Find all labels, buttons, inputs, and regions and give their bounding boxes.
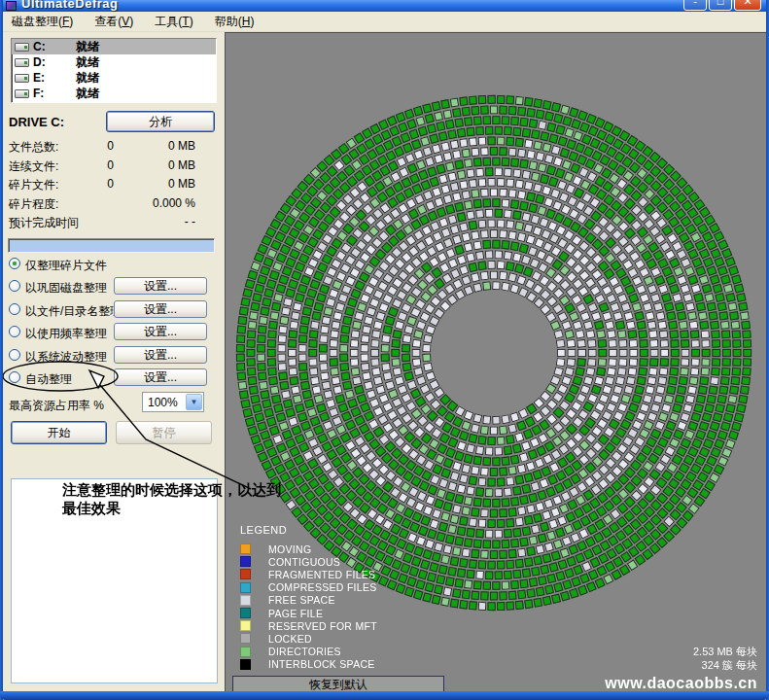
resource-usage-value: 100% xyxy=(148,396,178,409)
radio-icon[interactable] xyxy=(9,371,20,383)
disk-info: 2.53 MB 每块 324 簇 每块 www.daocaobbs.cn xyxy=(605,645,757,692)
resource-usage-select[interactable]: 100% ▼ xyxy=(142,392,204,412)
close-button[interactable]: ✕ xyxy=(734,0,761,11)
method-auto[interactable]: 自动整理 设置... xyxy=(7,368,221,390)
drive-icon xyxy=(15,43,29,52)
stat-fragmentation-level: 碎片程度: 0.000 % xyxy=(9,194,217,214)
locked-color-chip xyxy=(240,633,251,644)
annotation-note: 注意整理的时候选择这项，以达到 最佳效果 xyxy=(62,480,344,517)
compressed-color-chip xyxy=(240,582,251,593)
radio-icon[interactable] xyxy=(9,258,20,269)
legend-item-locked: LOCKED xyxy=(240,632,377,645)
mft-color-chip xyxy=(240,620,251,631)
legend-item-directories: DIRECTORIES xyxy=(240,646,377,658)
page-file-color-chip xyxy=(240,608,251,618)
watermark-text: www.daocaobbs.cn xyxy=(605,675,757,692)
stat-fragmented-files: 碎片文件: 0 0 MB xyxy=(9,175,217,194)
legend-item-mft: RESERVED FOR MFT xyxy=(240,619,377,632)
stat-contiguous-files: 连续文件: 0 0 MB xyxy=(9,157,217,176)
minimize-button[interactable]: - xyxy=(683,0,707,11)
legend: LEGEND MOVING CONTIGUOUS FRAGMENTED FILE… xyxy=(240,524,377,671)
moving-color-chip xyxy=(240,543,251,554)
maximize-button[interactable]: □ xyxy=(709,0,732,11)
fragmented-color-chip xyxy=(240,569,251,579)
analyze-button[interactable]: 分析 xyxy=(106,111,215,132)
menu-help[interactable]: 帮助(H) xyxy=(215,14,255,30)
app-icon xyxy=(6,1,17,11)
radio-icon[interactable] xyxy=(9,349,20,361)
method-filename[interactable]: 以文件/目录名整理 设置... xyxy=(7,299,221,322)
interblock-color-chip xyxy=(240,659,251,670)
title-bar[interactable]: UltimateDefrag - □ ✕ xyxy=(0,0,769,12)
defrag-method-group: 仅整理碎片文件 以巩固磁盘整理 设置... 以文件/目录名整理 设置... 以使… xyxy=(7,254,221,390)
drive-row-c[interactable]: C: 就绪 xyxy=(12,39,216,54)
block-size-text: 2.53 MB 每块 xyxy=(605,645,757,658)
control-panel: C: 就绪 D: 就绪 E: 就绪 F: 就绪 DRIVE C: 分析 xyxy=(3,32,225,692)
menu-view[interactable]: 查看(V) xyxy=(94,14,133,30)
drive-row-e[interactable]: E: 就绪 xyxy=(12,70,216,86)
contiguous-color-chip xyxy=(240,556,251,567)
radio-icon[interactable] xyxy=(9,303,20,315)
pause-button: 暂停 xyxy=(116,421,212,444)
cluster-size-text: 324 簇 每块 xyxy=(605,658,757,672)
drive-icon xyxy=(15,89,29,98)
method-fragmented-only[interactable]: 仅整理碎片文件 xyxy=(7,254,221,276)
directories-color-chip xyxy=(240,647,251,657)
menu-defrag[interactable]: 磁盘整理(F) xyxy=(12,14,73,30)
legend-title: LEGEND xyxy=(240,524,377,536)
legend-item-interblock: INTERBLOCK SPACE xyxy=(240,658,377,671)
settings-button[interactable]: 设置... xyxy=(114,368,207,386)
window-title: UltimateDefrag xyxy=(21,0,118,11)
disk-map-panel: LEGEND MOVING CONTIGUOUS FRAGMENTED FILE… xyxy=(225,32,766,692)
settings-button[interactable]: 设置... xyxy=(114,323,207,340)
drive-list: C: 就绪 D: 就绪 E: 就绪 F: 就绪 xyxy=(11,38,217,103)
settings-button[interactable]: 设置... xyxy=(114,346,207,364)
stat-estimated-time: 预计完成时间 - - xyxy=(9,213,217,232)
legend-item-free-space: FREE SPACE xyxy=(240,594,377,607)
legend-item-moving: MOVING xyxy=(240,542,377,555)
settings-button[interactable]: 设置... xyxy=(114,300,207,318)
radio-icon[interactable] xyxy=(9,326,20,337)
drive-icon xyxy=(15,58,29,67)
app-window: UltimateDefrag - □ ✕ 磁盘整理(F) 查看(V) 工具(T)… xyxy=(0,0,769,700)
method-consolidate[interactable]: 以巩固磁盘整理 设置... xyxy=(7,276,221,298)
stat-total-files: 文件总数: 0 0 MB xyxy=(9,137,217,157)
selected-drive-label: DRIVE C: xyxy=(9,115,64,129)
progress-bar xyxy=(8,238,215,253)
method-usage-frequency[interactable]: 以使用频率整理 设置... xyxy=(7,322,221,344)
radio-icon[interactable] xyxy=(9,280,20,292)
resource-usage-label: 最高资源占用率 % xyxy=(9,398,104,414)
window-border-left xyxy=(0,0,3,700)
legend-item-page-file: PAGE FILE xyxy=(240,607,377,619)
legend-item-fragmented: FRAGMENTED FILES xyxy=(240,568,377,580)
legend-item-compressed: COMPRESSED FILES xyxy=(240,581,377,594)
method-system-volatility[interactable]: 以系统波动整理 设置... xyxy=(7,345,221,368)
drive-row-f[interactable]: F: 就绪 xyxy=(12,86,216,101)
free-space-color-chip xyxy=(240,595,251,606)
start-button[interactable]: 开始 xyxy=(11,421,107,444)
legend-item-contiguous: CONTIGUOUS xyxy=(240,555,377,568)
settings-button[interactable]: 设置... xyxy=(114,277,207,295)
drive-icon xyxy=(15,74,29,83)
window-border-bottom xyxy=(0,691,769,700)
drive-row-d[interactable]: D: 就绪 xyxy=(12,54,216,70)
drive-stats: 文件总数: 0 0 MB 连续文件: 0 0 MB 碎片文件: 0 0 MB 碎… xyxy=(9,137,217,232)
chevron-down-icon[interactable]: ▼ xyxy=(186,394,202,410)
menu-bar: 磁盘整理(F) 查看(V) 工具(T) 帮助(H) xyxy=(3,12,766,32)
menu-tools[interactable]: 工具(T) xyxy=(155,14,192,30)
